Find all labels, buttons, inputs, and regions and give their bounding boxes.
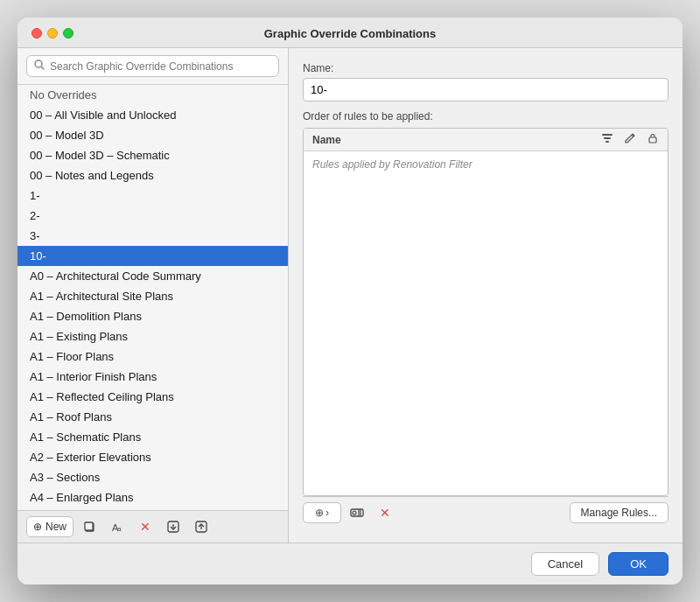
- export-button[interactable]: [189, 516, 214, 537]
- list-item[interactable]: A1 – Floor Plans: [18, 346, 288, 367]
- chevron-right-icon: ›: [326, 507, 329, 519]
- delete-button[interactable]: ✕: [133, 516, 158, 537]
- dialog-footer: Cancel OK: [18, 542, 682, 584]
- list-item[interactable]: 10-: [18, 246, 288, 266]
- name-input[interactable]: [303, 78, 668, 102]
- search-wrapper[interactable]: [26, 55, 279, 77]
- traffic-lights: [32, 28, 74, 38]
- right-panel: Name: Order of rules to be applied: Name: [289, 48, 682, 542]
- list-item[interactable]: A1 – Existing Plans: [18, 326, 288, 346]
- close-button[interactable]: [32, 28, 42, 38]
- list-item[interactable]: A3 – Sections: [18, 467, 288, 487]
- rules-toolbar: ⊕ › ✕ Manage Rules...: [303, 496, 668, 528]
- rules-table: Name: [303, 128, 668, 496]
- rename-button[interactable]: A a: [105, 516, 130, 537]
- left-panel: No Overrides00 – All Visible and Unlocke…: [18, 48, 289, 542]
- pen-icon: [624, 132, 636, 147]
- list-item[interactable]: 00 – All Visible and Unlocked: [18, 105, 288, 125]
- name-label: Name:: [303, 62, 668, 74]
- list-item[interactable]: A4 – Enlarged Plans: [18, 487, 288, 508]
- list-item[interactable]: A1 – Schematic Plans: [18, 427, 288, 447]
- new-button[interactable]: ⊕ New: [26, 516, 74, 537]
- maximize-button[interactable]: [63, 28, 74, 38]
- dialog: Graphic Override Combinations N: [18, 18, 682, 584]
- svg-text:a: a: [117, 525, 122, 533]
- ok-button[interactable]: OK: [608, 552, 668, 576]
- rules-column-name: Name: [312, 134, 594, 146]
- manage-rules-button[interactable]: Manage Rules...: [570, 502, 668, 523]
- list-item[interactable]: 00 – Model 3D: [18, 125, 288, 145]
- list-item[interactable]: 3-: [18, 226, 288, 246]
- rules-header: Name: [304, 129, 668, 151]
- list-item[interactable]: A1 – Roof Plans: [18, 407, 288, 427]
- list-item[interactable]: A1 – Architectural Site Plans: [18, 286, 288, 306]
- svg-point-0: [35, 60, 42, 67]
- rules-section: Order of rules to be applied: Name: [303, 110, 668, 528]
- cancel-button[interactable]: Cancel: [531, 552, 599, 576]
- list-item[interactable]: No Overrides: [18, 85, 288, 105]
- rules-body: Rules applied by Renovation Filter: [304, 151, 668, 178]
- list-item[interactable]: A2 – Exterior Elevations: [18, 447, 288, 467]
- rules-header-icons: [601, 132, 659, 147]
- list-item[interactable]: 00 – Model 3D – Schematic: [18, 145, 288, 165]
- rule-settings-button[interactable]: [345, 502, 369, 523]
- svg-rect-11: [604, 137, 611, 139]
- left-toolbar: ⊕ New A a ✕: [18, 510, 288, 542]
- add-icon: ⊕: [315, 507, 324, 519]
- import-button[interactable]: [161, 516, 186, 537]
- dialog-title: Graphic Override Combinations: [264, 27, 437, 40]
- plus-icon: ⊕: [33, 521, 42, 533]
- list-item[interactable]: 00 – Notes and Legends: [18, 165, 288, 186]
- title-bar: Graphic Override Combinations: [18, 18, 682, 48]
- duplicate-button[interactable]: [77, 516, 102, 537]
- svg-rect-3: [85, 522, 93, 530]
- list-item[interactable]: 1-: [18, 186, 288, 206]
- rules-label: Order of rules to be applied:: [303, 110, 668, 122]
- rules-placeholder-text: Rules applied by Renovation Filter: [312, 158, 472, 171]
- name-section: Name:: [303, 62, 668, 102]
- new-label: New: [46, 521, 66, 533]
- filter-icon: [601, 132, 613, 147]
- minimize-button[interactable]: [47, 28, 58, 38]
- dialog-body: No Overrides00 – All Visible and Unlocke…: [18, 48, 682, 542]
- list-item[interactable]: 2-: [18, 206, 288, 226]
- remove-rule-button[interactable]: ✕: [373, 502, 397, 523]
- svg-rect-10: [602, 134, 612, 136]
- search-input[interactable]: [50, 60, 271, 73]
- svg-line-1: [42, 67, 45, 70]
- item-list[interactable]: No Overrides00 – All Visible and Unlocke…: [18, 85, 288, 510]
- list-item[interactable]: A1 – Demolition Plans: [18, 306, 288, 326]
- svg-rect-14: [649, 137, 656, 143]
- lock-icon: [647, 132, 659, 147]
- search-icon: [34, 60, 45, 73]
- add-rule-button[interactable]: ⊕ ›: [303, 502, 341, 523]
- list-item[interactable]: A1 – Interior Finish Plans: [18, 367, 288, 387]
- list-item[interactable]: A1 – Reflected Ceiling Plans: [18, 387, 288, 407]
- list-item[interactable]: A0 – Architectural Code Summary: [18, 266, 288, 286]
- svg-rect-12: [606, 141, 609, 143]
- svg-point-16: [353, 511, 356, 514]
- search-bar: [18, 48, 288, 85]
